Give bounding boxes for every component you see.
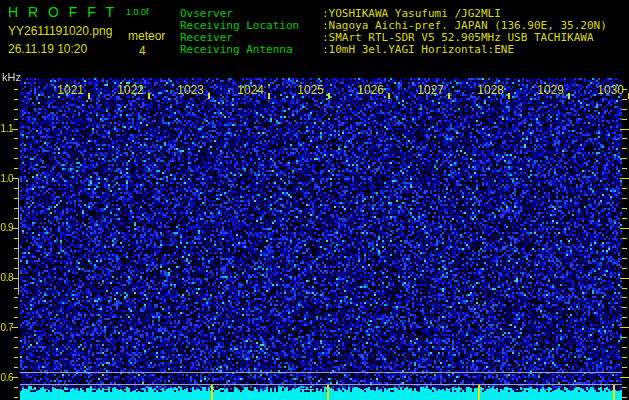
freq-tick-left bbox=[14, 218, 18, 219]
freq-tick-right bbox=[622, 307, 627, 308]
freq-tick-label: 1.1 bbox=[0, 123, 13, 134]
freq-tick-left bbox=[12, 278, 18, 279]
output-filename: YY2611191020.png bbox=[8, 24, 112, 38]
freq-tick-left bbox=[14, 367, 18, 368]
freq-tick-left bbox=[12, 377, 18, 378]
freq-tick-left bbox=[14, 208, 18, 209]
freq-tick-right bbox=[622, 337, 627, 338]
freq-tick-left bbox=[14, 268, 18, 269]
freq-tick-right bbox=[622, 158, 627, 159]
freq-tick-right bbox=[622, 297, 627, 298]
station-info-block: Ovserver:YOSHIKAWA Yasufumi /JG2MLI Rece… bbox=[180, 8, 607, 56]
freq-tick-left bbox=[14, 198, 18, 199]
freq-tick-left bbox=[14, 89, 18, 90]
calibration-bar bbox=[18, 178, 19, 295]
freq-tick-right bbox=[622, 119, 627, 120]
freq-tick-left bbox=[14, 307, 18, 308]
antenna-value: :10mH 3el.YAGI Horizontal:ENE bbox=[322, 43, 514, 56]
freq-tick-left bbox=[14, 99, 18, 100]
freq-tick-label: 1.0 bbox=[0, 173, 13, 184]
freq-tick-right bbox=[622, 238, 627, 239]
freq-tick-left bbox=[14, 248, 18, 249]
freq-tick-right bbox=[622, 99, 627, 100]
freq-tick-right bbox=[622, 188, 627, 189]
freq-tick-right bbox=[622, 258, 627, 259]
freq-tick-left bbox=[14, 357, 18, 358]
freq-tick-right bbox=[622, 397, 627, 398]
freq-tick-left bbox=[14, 347, 18, 348]
freq-tick-left bbox=[12, 228, 18, 229]
freq-tick-left bbox=[14, 188, 18, 189]
freq-tick-left bbox=[14, 258, 18, 259]
freq-axis-unit-label: kHz bbox=[2, 71, 21, 83]
freq-tick-right bbox=[622, 357, 627, 358]
hrofft-screen: H R O F F T 1.0.0f YY2611191020.png mete… bbox=[0, 0, 629, 400]
mode-label: meteor bbox=[128, 29, 165, 43]
freq-tick-right bbox=[622, 198, 627, 199]
freq-tick-right bbox=[622, 89, 627, 90]
spectrogram-canvas bbox=[20, 78, 622, 400]
freq-tick-left bbox=[14, 288, 18, 289]
freq-tick-label: 0.7 bbox=[0, 322, 13, 333]
freq-tick-left bbox=[14, 297, 18, 298]
freq-tick-right bbox=[622, 268, 627, 269]
app-version: 1.0.0f bbox=[126, 7, 149, 17]
freq-tick-label: 0.6 bbox=[0, 372, 13, 383]
freq-tick-right bbox=[622, 138, 627, 139]
freq-tick-left bbox=[14, 109, 18, 110]
freq-tick-right bbox=[622, 387, 627, 388]
freq-tick-left bbox=[14, 397, 18, 398]
freq-tick-right bbox=[622, 208, 627, 209]
station-info-row-antenna: Receiving Antenna:10mH 3el.YAGI Horizont… bbox=[180, 44, 607, 56]
freq-tick-label: 0.8 bbox=[0, 272, 13, 283]
freq-tick-left bbox=[14, 119, 18, 120]
antenna-label: Receiving Antenna bbox=[180, 44, 322, 56]
freq-tick-right bbox=[622, 168, 627, 169]
freq-tick-left bbox=[12, 327, 18, 328]
freq-tick-left bbox=[14, 317, 18, 318]
freq-tick-left bbox=[14, 148, 18, 149]
app-title: H R O F F T bbox=[8, 4, 117, 20]
freq-tick-right bbox=[622, 148, 627, 149]
freq-tick-left bbox=[14, 138, 18, 139]
freq-tick-left bbox=[12, 129, 18, 130]
freq-tick-right bbox=[622, 367, 627, 368]
freq-tick-right bbox=[622, 218, 627, 219]
freq-tick-left bbox=[14, 238, 18, 239]
freq-tick-left bbox=[14, 168, 18, 169]
freq-tick-right bbox=[622, 109, 627, 110]
meteor-count: 4 bbox=[139, 44, 146, 58]
freq-tick-left bbox=[14, 337, 18, 338]
freq-tick-left bbox=[14, 158, 18, 159]
freq-tick-left bbox=[14, 387, 18, 388]
observation-datetime: 26.11.19 10:20 bbox=[8, 42, 87, 56]
freq-tick-left bbox=[12, 178, 18, 179]
freq-tick-right bbox=[622, 248, 627, 249]
freq-tick-right bbox=[622, 347, 627, 348]
freq-tick-right bbox=[622, 288, 627, 289]
freq-tick-label: 0.9 bbox=[0, 222, 13, 233]
freq-tick-right bbox=[622, 317, 627, 318]
